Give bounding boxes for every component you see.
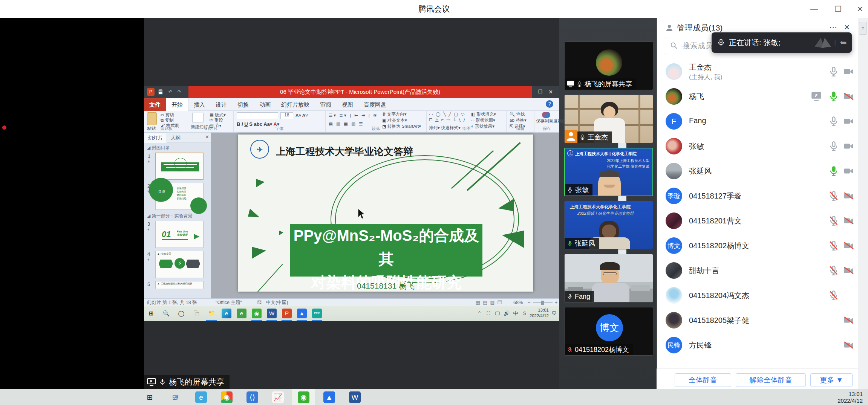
slide-panel-close-icon[interactable]: ✕	[205, 134, 209, 140]
panel-close-icon[interactable]: ✕	[841, 22, 853, 33]
slide-thumbnail-2[interactable]: 2✶目 录实验背景实验内容材料表征实验结论	[155, 183, 204, 210]
member-row-041518205梁子健[interactable]: 041518205梁子健	[657, 308, 858, 333]
tray-icon-network[interactable]: ⛶	[485, 310, 492, 317]
taskbar-icon-pdf[interactable]: PDF	[312, 309, 322, 318]
video-thumbnail-王金杰[interactable]: 王金杰	[564, 95, 653, 143]
camera-icon[interactable]	[844, 66, 854, 77]
mic-icon[interactable]	[828, 141, 839, 151]
camera-off-icon[interactable]	[844, 191, 854, 201]
camera-icon[interactable]	[844, 141, 854, 151]
member-row-张敏[interactable]: 张敏	[657, 134, 858, 159]
tray-icon-display[interactable]: 🖵	[494, 310, 501, 317]
video-thumbnail-张敏[interactable]: 工 上海工程技术大学 | 化学化工学院 2022年上海工程技术大学 化学化工学院…	[564, 148, 653, 196]
shapes-gallery[interactable]: ▭ ◯ ╲ ╱ ▢ ⬭	[429, 112, 465, 117]
tray-icon-sogou[interactable]: S	[521, 310, 528, 317]
ppt-tab-幻灯片放映[interactable]: 幻灯片放映	[276, 98, 315, 111]
ppt-close-button[interactable]: ✕	[547, 88, 555, 96]
member-row-041518202杨博文[interactable]: 博文041518202杨博文	[657, 233, 858, 258]
mic-muted-icon[interactable]	[828, 290, 839, 301]
camera-off-icon[interactable]	[844, 315, 854, 326]
member-row-041518201曹文[interactable]: 041518201曹文	[657, 208, 858, 233]
taskbar-icon-cortana[interactable]: ◯	[176, 309, 186, 318]
mic-icon[interactable]	[828, 66, 839, 77]
grow-font-button[interactable]: A˄ A˅	[295, 113, 308, 118]
slide-thumbnail-3[interactable]: 3✶01Part One实验背景	[155, 221, 204, 248]
host-taskbar-icon-tencent-meeting[interactable]: ▲	[323, 391, 335, 403]
mic-muted-icon[interactable]	[828, 191, 839, 201]
host-taskbar-icon-wechat[interactable]: ◉	[298, 391, 309, 403]
ppt-tab-文件[interactable]: 文件	[144, 98, 166, 111]
slide-thumbnail-5[interactable]: 5✶▲: 二硫化钼吸附材料的研究现状▣	[155, 281, 204, 289]
video-thumbnail-杨飞的屏幕共享[interactable]: 杨飞的屏幕共享	[564, 41, 653, 90]
taskbar-icon-edge[interactable]: e	[222, 309, 231, 318]
mic-icon[interactable]	[828, 91, 839, 102]
restore-button[interactable]: ❐	[833, 4, 844, 14]
mic-icon[interactable]	[828, 166, 839, 176]
help-icon[interactable]: ?	[546, 100, 553, 108]
font-size-combo[interactable]: 18	[280, 112, 293, 119]
font-name-combo[interactable]	[237, 112, 278, 119]
video-thumbnail-张延风[interactable]: 上海工程技术大学化学化工学院 2022届硕士研究生毕业论文答辩 张延风	[564, 201, 653, 249]
language-status[interactable]: 中文(中国)	[266, 299, 288, 306]
panel-more-icon[interactable]: ⋯	[828, 22, 839, 33]
taskbar-icon-powerpoint[interactable]: P	[282, 309, 292, 318]
slide-thumbnail-1[interactable]: 1✶	[155, 153, 204, 180]
member-row-041518204冯文杰[interactable]: 041518204冯文杰	[657, 283, 858, 308]
zoom-slider[interactable]	[533, 302, 553, 303]
host-taskbar-icon-chrome[interactable]: ◉	[221, 391, 233, 403]
ppt-tab-动画[interactable]: 动画	[254, 98, 276, 111]
slide-thumbnail-4[interactable]: 4✶▲: 实验背景⚡	[155, 251, 204, 278]
ppt-tab-切换[interactable]: 切换	[232, 98, 254, 111]
cut-button[interactable]: ✂ 剪切	[161, 112, 174, 118]
footer-button-解除全体静音[interactable]: 解除全体静音	[736, 373, 806, 387]
video-thumbnail-041518202杨博文[interactable]: 博文041518202杨博文	[564, 307, 653, 356]
mic-muted-icon[interactable]	[828, 215, 839, 226]
tab-slides[interactable]: 幻灯片	[144, 133, 167, 143]
reply-arrow-icon[interactable]: ➦	[840, 38, 847, 47]
undo-icon[interactable]: ↶	[167, 88, 174, 96]
footer-button-全体静音[interactable]: 全体静音	[675, 373, 731, 387]
taskbar-icon-start[interactable]: ⊞	[146, 309, 156, 318]
video-thumbnail-Fang[interactable]: Fang	[564, 254, 653, 303]
paste-button[interactable]	[147, 112, 157, 125]
zoom-in-icon[interactable]: +	[555, 299, 557, 306]
ppt-tab-设计[interactable]: 设计	[210, 98, 232, 111]
tab-outline[interactable]: 大纲	[167, 133, 184, 143]
tray-icon-volume[interactable]: 🔊	[503, 310, 510, 317]
member-row-王金杰[interactable]: 王金杰(主持人, 我)	[657, 59, 858, 84]
host-taskbar-icon-internet-explorer[interactable]: e	[195, 391, 207, 403]
shape-outline-button[interactable]: ▱ 形状轮廓▾	[471, 118, 495, 123]
new-slide-button[interactable]	[192, 113, 204, 122]
align-text-button[interactable]: ▣ 对齐文本▾	[382, 118, 407, 123]
redo-icon[interactable]: ↷	[176, 88, 183, 96]
shapes-gallery-row2[interactable]: ◻ △ ⌐ ⇨ ⇩ { }	[429, 117, 465, 122]
host-taskbar-icon-start[interactable]: ⊞	[144, 391, 156, 403]
spellcheck-icon[interactable]: 🖫	[257, 299, 262, 306]
taskbar-icon-internet-explorer[interactable]: e	[237, 309, 246, 318]
baidu-save-button[interactable]: 保存到百度网盘	[536, 119, 558, 124]
camera-icon[interactable]	[844, 166, 854, 176]
taskbar-icon-file-explorer[interactable]: 📁	[207, 309, 216, 318]
taskbar-icon-wechat[interactable]: ◉	[252, 309, 262, 318]
mic-muted-icon[interactable]	[828, 265, 839, 276]
view-shortcut-icons[interactable]: ▦ ▤ ▥ 🗖	[476, 299, 503, 306]
ppt-restore-button[interactable]: ❐	[536, 88, 544, 96]
member-row-041518127季璇[interactable]: 季璇041518127季璇	[657, 183, 858, 208]
taskbar-icon-tencent-meeting[interactable]: ▲	[297, 309, 307, 318]
zoom-slider-handle[interactable]	[541, 301, 544, 305]
tray-icon-chevron-up[interactable]: ⌃	[476, 310, 483, 317]
member-row-甜劫十言[interactable]: 甜劫十言	[657, 258, 858, 283]
host-taskbar-icon-origin[interactable]: 📈	[272, 391, 284, 403]
close-button[interactable]: ✕	[855, 4, 865, 14]
camera-off-icon[interactable]	[844, 91, 854, 102]
mic-muted-icon[interactable]	[828, 240, 839, 251]
camera-off-icon[interactable]	[844, 215, 854, 226]
host-taskbar-icon-word[interactable]: W	[349, 391, 361, 403]
minimize-button[interactable]: —	[809, 4, 819, 14]
taskbar-icon-word[interactable]: W	[267, 309, 277, 318]
reset-button[interactable]: ⟳ 重设	[210, 118, 223, 123]
ppt-tab-视图[interactable]: 视图	[337, 98, 358, 111]
camera-off-icon[interactable]	[844, 265, 854, 276]
bullet-buttons[interactable]: ☰▾ ≣▾ | ⇤ ⇥ | ≋	[329, 113, 378, 118]
footer-button-更多 ▼[interactable]: 更多 ▼	[810, 373, 853, 387]
